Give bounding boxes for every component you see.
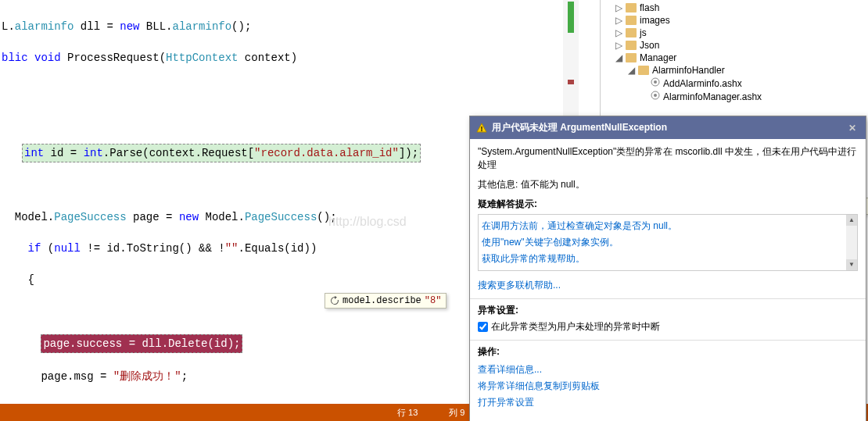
- expand-icon[interactable]: ▷: [615, 27, 622, 38]
- code-line: L.alarminfo dll = new BLL.alarminfo();: [2, 19, 583, 34]
- datatip-label: model.describe: [343, 295, 421, 306]
- actions-title: 操作:: [478, 345, 858, 359]
- expand-icon[interactable]: ▷: [615, 15, 622, 26]
- datatip[interactable]: model.describe "8": [325, 293, 447, 309]
- folder-icon: [626, 3, 637, 12]
- tree-item[interactable]: ▷images: [602, 14, 866, 27]
- tree-item-label: flash: [640, 2, 659, 13]
- handler-icon: [651, 77, 660, 89]
- break-on-exception-checkbox[interactable]: 在此异常类型为用户未处理的异常时中断: [478, 320, 858, 334]
- warning-icon: !: [476, 123, 487, 134]
- change-mark: [568, 2, 574, 33]
- action-link[interactable]: 查看详细信息...: [478, 362, 858, 378]
- tree-item[interactable]: ◢AlarminfoHandler: [602, 64, 866, 77]
- status-line: 行 13: [397, 407, 418, 419]
- tree-item-label: js: [640, 27, 647, 38]
- search-online-link[interactable]: 搜索更多联机帮助...: [478, 277, 858, 294]
- expand-icon[interactable]: ▷: [615, 40, 622, 51]
- handler-icon: [651, 91, 660, 102]
- action-link[interactable]: 打开异常设置: [478, 394, 858, 411]
- folder-icon: [626, 16, 637, 25]
- scrollbar[interactable]: ▲ ▼: [846, 215, 857, 270]
- scroll-up-button[interactable]: ▲: [846, 215, 857, 226]
- expand-icon[interactable]: ◢: [615, 52, 622, 63]
- datatip-value: "8": [425, 295, 442, 306]
- exception-header: ! 用户代码未处理 ArgumentNullException ✕: [470, 116, 866, 139]
- exception-other-info: 其他信息: 值不能为 null。: [478, 178, 858, 191]
- close-button[interactable]: ✕: [845, 123, 859, 134]
- status-col: 列 9: [449, 407, 464, 419]
- tree-item[interactable]: ▷js: [602, 27, 866, 39]
- settings-title: 异常设置:: [478, 304, 858, 317]
- watermark: http://blog.csd: [328, 215, 407, 229]
- help-link[interactable]: 获取此异常的常规帮助。: [482, 251, 854, 267]
- help-section-title: 疑难解答提示:: [478, 198, 858, 211]
- tree-item-label: AddAlarminfo.ashx: [663, 78, 742, 89]
- tree-item-label: Json: [640, 40, 659, 51]
- expand-icon[interactable]: ▷: [615, 2, 622, 13]
- scroll-down-button[interactable]: ▼: [846, 259, 857, 270]
- action-link[interactable]: 将异常详细信息复制到剪贴板: [478, 378, 858, 394]
- tree-item-label: AlarminfoHandler: [652, 65, 725, 76]
- code-line: blic void ProcessRequest(HttpContext con…: [2, 50, 583, 66]
- folder-icon: [638, 66, 649, 75]
- svg-point-1: [654, 80, 657, 84]
- tree-item-label: AlarminfoManager.ashx: [663, 91, 762, 102]
- folder-icon: [626, 28, 637, 37]
- help-link[interactable]: 在调用方法前，通过检查确定对象是否为 null。: [482, 218, 854, 234]
- tree-item[interactable]: ▷flash: [602, 2, 866, 14]
- exception-title: 用户代码未处理 ArgumentNullException: [492, 121, 667, 134]
- exception-message: "System.ArgumentNullException"类型的异常在 msc…: [478, 145, 858, 172]
- solution-explorer[interactable]: ▷flash▷images▷js▷Json◢Manager◢AlarminfoH…: [600, 0, 868, 117]
- tree-item[interactable]: ◢Manager: [602, 52, 866, 64]
- error-mark: [568, 80, 574, 84]
- break-checkbox-input[interactable]: [478, 322, 488, 332]
- tree-item[interactable]: AddAlarminfo.ashx: [602, 77, 866, 90]
- tree-item[interactable]: AlarminfoManager.ashx: [602, 90, 866, 103]
- svg-point-3: [654, 94, 657, 97]
- folder-icon: [626, 53, 637, 62]
- help-links-box: 在调用方法前，通过检查确定对象是否为 null。使用"new"关键字创建对象实例…: [478, 214, 858, 271]
- refresh-icon: [330, 296, 339, 305]
- folder-icon: [626, 41, 637, 50]
- svg-text:!: !: [481, 125, 483, 133]
- tree-item-label: images: [640, 15, 670, 26]
- expand-icon[interactable]: ◢: [627, 65, 635, 76]
- help-link[interactable]: 使用"new"关键字创建对象实例。: [482, 234, 854, 251]
- tree-item-label: Manager: [640, 52, 676, 63]
- tree-item[interactable]: ▷Json: [602, 39, 866, 52]
- exception-popup: ! 用户代码未处理 ArgumentNullException ✕ "Syste…: [469, 116, 866, 421]
